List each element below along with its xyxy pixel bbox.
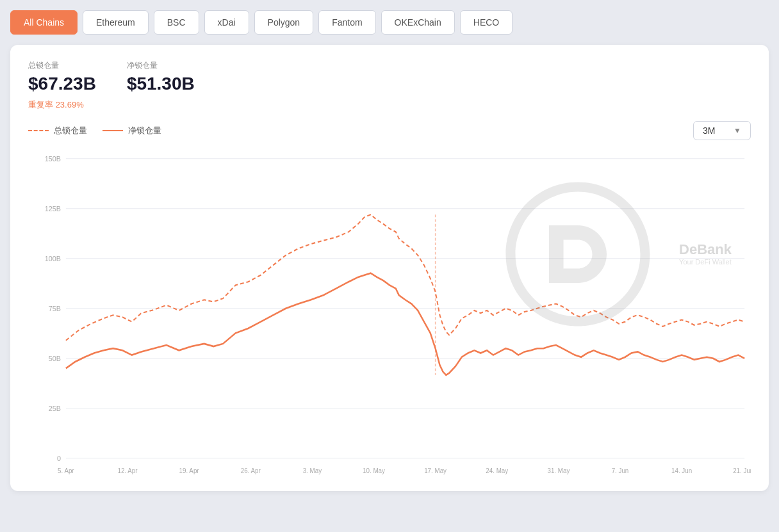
svg-text:17. May: 17. May: [424, 467, 447, 474]
net-locked-stat: 净锁仓量 $51.30B: [127, 60, 195, 94]
net-locked-label: 净锁仓量: [127, 60, 195, 71]
repeat-rate-label: 重复率: [28, 100, 53, 109]
tab-heco[interactable]: HECO: [460, 10, 512, 35]
svg-text:150B: 150B: [45, 155, 61, 163]
tab-polygon[interactable]: Polygon: [254, 10, 314, 35]
period-value: 3M: [703, 125, 715, 136]
svg-text:31. May: 31. May: [547, 467, 570, 474]
svg-text:10. May: 10. May: [363, 467, 386, 474]
debank-logo-icon: [482, 158, 674, 350]
svg-text:14. Jun: 14. Jun: [671, 467, 692, 474]
legend-net-locked-label: 净锁仓量: [128, 125, 161, 136]
repeat-rate-value: 23.69%: [56, 100, 84, 109]
repeat-rate: 重复率 23.69%: [28, 99, 751, 111]
svg-text:12. Apr: 12. Apr: [117, 467, 138, 474]
svg-text:24. May: 24. May: [486, 467, 509, 474]
chart-card: 总锁仓量 $67.23B 净锁仓量 $51.30B 重复率 23.69% 总锁仓…: [10, 45, 769, 491]
svg-text:26. Apr: 26. Apr: [241, 467, 261, 474]
tab-xdai[interactable]: xDai: [204, 10, 249, 35]
tab-ethereum[interactable]: Ethereum: [83, 10, 149, 35]
legend-total-locked-label: 总锁仓量: [54, 125, 87, 136]
tab-bsc[interactable]: BSC: [154, 10, 199, 35]
legend-total-locked: 总锁仓量: [28, 125, 87, 136]
svg-text:75B: 75B: [49, 305, 61, 312]
legend-net-locked: 净锁仓量: [102, 125, 161, 136]
tab-fantom[interactable]: Fantom: [318, 10, 375, 35]
svg-text:25B: 25B: [49, 405, 61, 412]
svg-text:0: 0: [57, 455, 61, 462]
total-locked-stat: 总锁仓量 $67.23B: [28, 60, 96, 94]
svg-text:50B: 50B: [49, 355, 61, 362]
total-locked-value: $67.23B: [28, 74, 96, 94]
debank-text: DeBank Your DeFi Wallet: [679, 243, 732, 266]
tab-all-chains[interactable]: All Chains: [10, 10, 78, 35]
tab-okexchain[interactable]: OKExChain: [381, 10, 455, 35]
period-selector[interactable]: 3M ▼: [693, 121, 751, 140]
dashed-line-icon: [28, 130, 49, 131]
chain-tabs-container: All Chains Ethereum BSC xDai Polygon Fan…: [10, 10, 769, 35]
svg-text:3. May: 3. May: [303, 467, 322, 474]
chart-header: 总锁仓量 净锁仓量 3M ▼: [28, 121, 751, 140]
svg-text:19. Apr: 19. Apr: [179, 467, 200, 474]
total-locked-label: 总锁仓量: [28, 60, 96, 71]
chart-legend: 总锁仓量 净锁仓量: [28, 125, 161, 136]
svg-text:7. Jun: 7. Jun: [612, 467, 629, 474]
net-locked-value: $51.30B: [127, 74, 195, 94]
svg-text:100B: 100B: [45, 255, 61, 262]
chart-area: DeBank Your DeFi Wallet 150B 125B 100B 7…: [28, 145, 751, 478]
debank-name: DeBank: [679, 243, 732, 257]
stats-row: 总锁仓量 $67.23B 净锁仓量 $51.30B: [28, 60, 751, 94]
svg-text:21. Jun: 21. Jun: [733, 467, 751, 474]
svg-text:125B: 125B: [45, 205, 61, 213]
debank-sub: Your DeFi Wallet: [679, 258, 732, 266]
debank-watermark: DeBank Your DeFi Wallet: [482, 158, 732, 350]
svg-text:5. Apr: 5. Apr: [58, 467, 74, 474]
chevron-down-icon: ▼: [734, 126, 741, 135]
solid-line-icon: [102, 130, 123, 131]
